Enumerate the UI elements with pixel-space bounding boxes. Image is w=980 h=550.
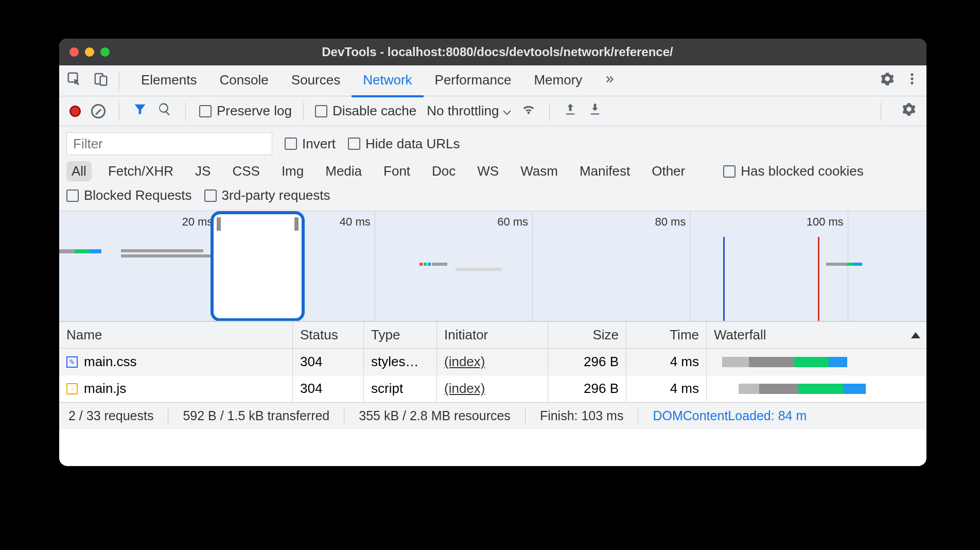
svg-point-4 xyxy=(911,77,913,80)
type-filter-all[interactable]: All xyxy=(66,161,92,181)
hide-data-urls-label: Hide data URLs xyxy=(365,136,460,152)
separator xyxy=(881,102,881,120)
type-filter-manifest[interactable]: Manifest xyxy=(574,161,635,181)
settings-icon[interactable] xyxy=(880,72,895,90)
third-party-checkbox[interactable]: 3rd-party requests xyxy=(204,187,330,203)
type-filter-font[interactable]: Font xyxy=(378,161,415,181)
js-file-icon: ◦ xyxy=(66,383,78,394)
type-filter-css[interactable]: CSS xyxy=(227,161,265,181)
type-filter-other[interactable]: Other xyxy=(646,161,690,181)
col-waterfall[interactable]: Waterfall xyxy=(707,322,926,348)
status-transferred: 592 B / 1.5 kB transferred xyxy=(183,408,329,423)
disable-cache-label: Disable cache xyxy=(332,103,416,119)
type-filter-fetch-xhr[interactable]: Fetch/XHR xyxy=(103,161,179,181)
initiator-link[interactable]: (index) xyxy=(444,354,485,370)
search-icon[interactable] xyxy=(157,102,172,120)
type-filter-wasm[interactable]: Wasm xyxy=(515,161,563,181)
traffic-lights xyxy=(69,47,110,57)
zoom-window-button[interactable] xyxy=(100,47,110,57)
separator xyxy=(185,102,186,120)
col-name[interactable]: Name xyxy=(59,322,293,348)
type-filter-media[interactable]: Media xyxy=(320,161,367,181)
separator xyxy=(303,102,304,120)
sort-ascending-icon xyxy=(911,332,920,338)
close-window-button[interactable] xyxy=(69,47,79,57)
preserve-log-label: Preserve log xyxy=(217,103,292,119)
cell-size: 296 B xyxy=(548,349,626,375)
blocked-requests-checkbox[interactable]: Blocked Requests xyxy=(66,187,192,203)
device-toolbar-icon[interactable] xyxy=(93,71,109,90)
svg-point-3 xyxy=(911,73,913,76)
col-type[interactable]: Type xyxy=(364,322,437,348)
cell-waterfall xyxy=(707,349,926,375)
col-initiator[interactable]: Initiator xyxy=(437,322,548,348)
hide-data-urls-checkbox[interactable]: Hide data URLs xyxy=(348,136,460,152)
col-time[interactable]: Time xyxy=(626,322,707,348)
svg-rect-2 xyxy=(100,76,107,85)
network-conditions-icon[interactable] xyxy=(521,102,536,120)
record-button[interactable] xyxy=(69,106,81,117)
resource-type-filter: AllFetch/XHRJSCSSImgMediaFontDocWSWasmMa… xyxy=(59,158,926,184)
export-har-icon[interactable] xyxy=(563,102,577,120)
separator xyxy=(119,72,119,90)
cell-type: styles… xyxy=(364,349,437,375)
filter-bar-2: Blocked Requests 3rd-party requests xyxy=(59,184,926,211)
type-filter-img[interactable]: Img xyxy=(276,161,309,181)
col-size[interactable]: Size xyxy=(548,322,626,348)
window-title: DevTools - localhost:8080/docs/devtools/… xyxy=(110,45,885,59)
waterfall-segment xyxy=(798,384,844,394)
third-party-label: 3rd-party requests xyxy=(222,187,330,203)
invert-checkbox[interactable]: Invert xyxy=(285,136,336,152)
selection-handle-right[interactable] xyxy=(294,217,299,231)
tab-sources[interactable]: Sources xyxy=(280,65,352,96)
table-row[interactable]: ✎main.css304styles…(index)296 B4 ms xyxy=(59,349,926,375)
blocked-requests-label: Blocked Requests xyxy=(84,187,192,203)
has-blocked-label: Has blocked cookies xyxy=(741,163,863,179)
separator xyxy=(549,102,550,120)
requests-table: Name Status Type Initiator Size Time Wat… xyxy=(59,321,926,402)
cell-status: 304 xyxy=(293,349,364,375)
panel-tabbar: ElementsConsoleSourcesNetworkPerformance… xyxy=(59,65,926,96)
throttling-value: No throttling xyxy=(427,103,499,119)
type-filter-doc[interactable]: Doc xyxy=(427,161,461,181)
css-file-icon: ✎ xyxy=(66,356,78,368)
status-bar: 2 / 33 requests 592 B / 1.5 kB transferr… xyxy=(59,402,926,429)
status-dcl: DOMContentLoaded: 84 m xyxy=(653,408,807,423)
more-tabs-icon[interactable] xyxy=(604,73,615,89)
tab-console[interactable]: Console xyxy=(208,65,279,96)
svg-point-5 xyxy=(911,82,913,84)
filter-input[interactable] xyxy=(66,132,272,155)
filter-bar: Invert Hide data URLs xyxy=(59,126,926,158)
minimize-window-button[interactable] xyxy=(85,47,94,57)
type-filter-js[interactable]: JS xyxy=(190,161,216,181)
tab-elements[interactable]: Elements xyxy=(130,65,208,96)
preserve-log-checkbox[interactable]: Preserve log xyxy=(199,103,292,119)
timeline-overview[interactable]: 20 ms40 ms60 ms80 ms100 ms xyxy=(59,211,926,321)
separator xyxy=(119,102,119,120)
inspect-element-icon[interactable] xyxy=(66,71,82,90)
cell-time: 4 ms xyxy=(626,349,707,375)
type-filter-ws[interactable]: WS xyxy=(472,161,504,181)
import-har-icon[interactable] xyxy=(588,102,602,120)
tab-memory[interactable]: Memory xyxy=(522,65,593,96)
initiator-link[interactable]: (index) xyxy=(444,381,485,397)
clear-button[interactable] xyxy=(91,104,106,118)
throttling-select[interactable]: No throttling xyxy=(427,103,511,119)
waterfall-segment xyxy=(739,384,759,394)
selection-handle-left[interactable] xyxy=(217,217,221,231)
col-status[interactable]: Status xyxy=(293,322,364,348)
file-name: main.css xyxy=(84,354,137,370)
overview-selection[interactable] xyxy=(211,211,305,321)
table-row[interactable]: ◦main.js304script(index)296 B4 ms xyxy=(59,375,926,402)
more-menu-icon[interactable] xyxy=(905,72,919,90)
status-resources: 355 kB / 2.8 MB resources xyxy=(359,408,511,423)
has-blocked-cookies-checkbox[interactable]: Has blocked cookies xyxy=(723,163,863,179)
status-requests: 2 / 33 requests xyxy=(68,408,153,423)
filter-toggle-icon[interactable] xyxy=(133,102,147,120)
network-settings-icon[interactable] xyxy=(902,102,916,120)
load-marker xyxy=(818,237,819,321)
domcontentloaded-marker xyxy=(723,237,725,321)
disable-cache-checkbox[interactable]: Disable cache xyxy=(315,103,416,119)
tab-performance[interactable]: Performance xyxy=(424,65,523,96)
tab-network[interactable]: Network xyxy=(352,65,423,97)
